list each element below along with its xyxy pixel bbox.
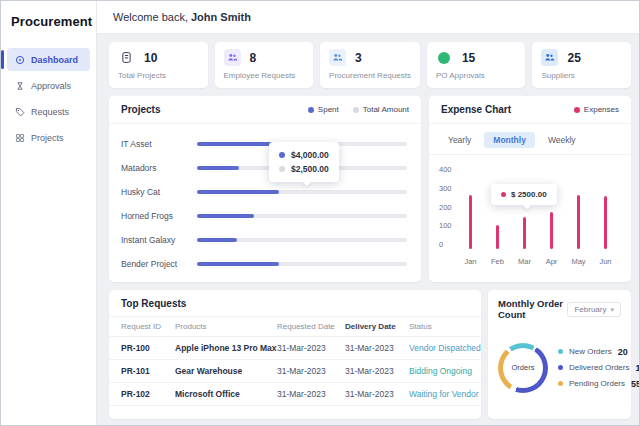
requests-icon (14, 106, 25, 117)
orders-donut-chart[interactable]: Orders (498, 343, 548, 393)
project-name: Bender Project (121, 259, 197, 269)
projects-panel: Projects Spent Total Amount (109, 96, 421, 282)
donut-center-label: Orders (498, 343, 548, 393)
project-bar-spent (197, 262, 279, 266)
expense-bar[interactable] (550, 212, 553, 249)
orders-legend-value: 55 (631, 379, 639, 389)
project-bar-row: Husky Cat (121, 180, 407, 204)
top-requests-panel: Top Requests Request IDProductsRequested… (109, 290, 481, 419)
procurement-group-icon (329, 49, 346, 66)
stat-value: 15 (462, 51, 475, 65)
chevron-down-icon: ▾ (610, 306, 614, 313)
expense-bar-column: Feb (488, 165, 508, 249)
tab-weekly[interactable]: Weekly (539, 132, 585, 148)
cell-requested-date: 31-Mar-2023 (277, 389, 337, 399)
expense-chart: 4003002001000 Jan Feb Mar Apr May Jun (439, 165, 619, 282)
green-circle-icon (436, 49, 453, 66)
delivered-orders-dot-icon (558, 365, 563, 370)
legend-spent[interactable]: Spent (308, 105, 339, 114)
project-name: Husky Cat (121, 187, 197, 197)
sidebar: Procurement Dashboard Approvals Requests… (1, 1, 97, 425)
project-bar-spent (197, 142, 279, 146)
bottom-row: Top Requests Request IDProductsRequested… (109, 290, 631, 419)
orders-legend-item[interactable]: New Orders 20 (558, 347, 621, 357)
project-bar-track[interactable] (197, 238, 407, 242)
stat-card-po-approvals: 15 PO Approvals (427, 42, 526, 88)
project-bar-row: Matadors (121, 156, 407, 180)
cell-delivery-date: 31-Mar-2023 (345, 389, 401, 399)
orders-legend-item[interactable]: Delivered Orders 15 (558, 363, 621, 373)
column-header-requested-date: Requested Date (277, 322, 337, 331)
expense-bar[interactable] (469, 195, 472, 249)
tooltip-total-value: $2,500.00 (291, 164, 329, 174)
stat-label: Procurement Requests (329, 71, 411, 80)
stat-value: 25 (567, 51, 580, 65)
sidebar-item-dashboard[interactable]: Dashboard (7, 48, 90, 71)
sidebar-item-approvals[interactable]: Approvals (7, 74, 90, 97)
y-axis-tick: 0 (439, 240, 443, 249)
cell-status-link[interactable]: Vendor Dispatched (409, 343, 481, 353)
projects-panel-header: Projects Spent Total Amount (109, 96, 421, 124)
project-bar-row: Horned Frogs (121, 204, 407, 228)
project-name: Matadors (121, 163, 197, 173)
sidebar-item-projects[interactable]: Projects (7, 126, 90, 149)
expense-plot: Jan Feb Mar Apr May Jun (457, 165, 619, 282)
x-axis-label: May (571, 257, 585, 266)
y-axis-tick: 300 (439, 184, 452, 193)
welcome-text: Welcome back,John Smith (113, 11, 251, 23)
topbar: Welcome back,John Smith (97, 1, 639, 34)
stat-card-top: 25 (541, 49, 622, 66)
sidebar-item-requests[interactable]: Requests (7, 100, 90, 123)
table-row: PR-100 Apple iPhone 13 Pro Max 31-Mar-20… (109, 337, 481, 360)
orders-legend-item[interactable]: Pending Orders 55 (558, 379, 621, 389)
stat-value: 3 (355, 51, 362, 65)
spent-dot-icon (308, 107, 314, 113)
x-axis-label: Mar (518, 257, 531, 266)
orders-legend-value: 20 (618, 347, 628, 357)
column-header-request-id: Request ID (121, 322, 167, 331)
project-bar-spent (197, 214, 254, 218)
legend-total-amount[interactable]: Total Amount (353, 105, 409, 114)
x-axis-label: Jun (599, 257, 611, 266)
total-amount-dot-icon (279, 166, 285, 172)
stats-row: 10 Total Projects 8 Employee Requests 3 … (109, 42, 631, 88)
orders-legend: New Orders 20 Delivered Orders 15 Pendin… (558, 341, 621, 395)
employee-group-icon (224, 49, 241, 66)
orders-legend-label: Delivered Orders (569, 363, 629, 372)
project-bar-track[interactable] (197, 190, 407, 194)
project-bar-row: IT Asset (121, 132, 407, 156)
expense-chart-title: Expense Chart (441, 104, 511, 115)
sidebar-item-label: Dashboard (31, 55, 78, 65)
legend-total-label: Total Amount (363, 105, 409, 114)
tab-monthly[interactable]: Monthly (484, 132, 535, 148)
cell-requested-date: 31-Mar-2023 (277, 366, 337, 376)
expense-chart-panel: Expense Chart Expenses YearlyMonthlyWeek… (429, 96, 631, 282)
expense-bar-column: Apr (542, 165, 562, 249)
expense-bar[interactable] (604, 196, 607, 249)
project-bar-track[interactable] (197, 214, 407, 218)
table-row: PR-102 Microsoft Office 31-Mar-2023 31-M… (109, 383, 481, 406)
tab-yearly[interactable]: Yearly (439, 132, 480, 148)
welcome-prefix: Welcome back, (113, 11, 188, 23)
expense-bar[interactable] (496, 225, 499, 249)
cell-product: Microsoft Office (175, 389, 269, 399)
legend-expenses[interactable]: Expenses (574, 105, 619, 114)
cell-status-link[interactable]: Bidding Ongoing (409, 366, 475, 376)
cell-product: Gear Warehouse (175, 366, 269, 376)
dashboard-content: 10 Total Projects 8 Employee Requests 3 … (97, 34, 639, 425)
stat-value: 8 (250, 51, 257, 65)
stat-label: Total Projects (118, 71, 199, 80)
pending-orders-dot-icon (558, 381, 563, 386)
expense-bar[interactable] (577, 195, 580, 249)
table-body: PR-100 Apple iPhone 13 Pro Max 31-Mar-20… (109, 337, 481, 406)
expenses-dot-icon (501, 192, 506, 197)
month-filter-select[interactable]: February ▾ (567, 302, 621, 317)
orders-body: Orders New Orders 20 Delivered Orders 15… (498, 324, 621, 411)
expense-bar[interactable] (523, 217, 526, 249)
cell-request-id: PR-101 (121, 366, 167, 376)
project-bar-track[interactable] (197, 262, 407, 266)
top-requests-title: Top Requests (109, 290, 481, 317)
tooltip-spent-row: $4,000.00 (279, 148, 329, 162)
cell-request-id: PR-102 (121, 389, 167, 399)
cell-status-link[interactable]: Waiting for Vendor Quotes (409, 389, 481, 399)
